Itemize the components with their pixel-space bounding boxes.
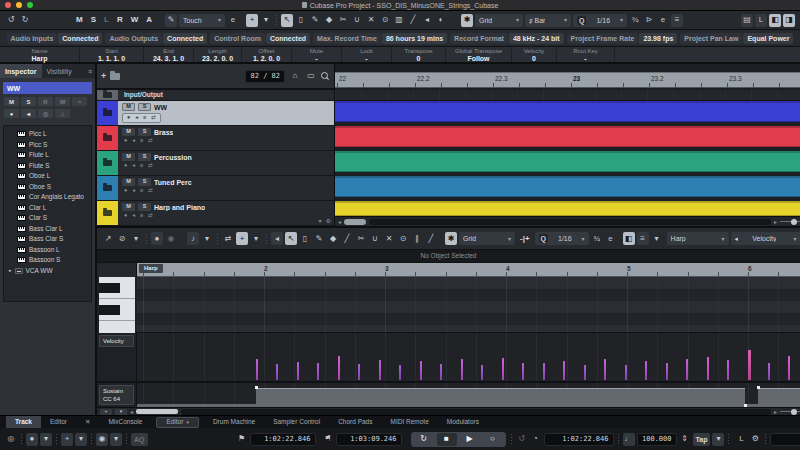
track-list-settings-gear-icon[interactable]: ⚙ <box>326 218 331 224</box>
primary-time-display[interactable]: 1:02:22.846 <box>544 433 614 446</box>
controller-lane-dropdown-icon[interactable]: ▾ <box>115 409 127 415</box>
folder-track-item[interactable]: Bass Clar S <box>4 234 91 245</box>
sustain-high-segment[interactable] <box>256 388 745 407</box>
arrange-horizontal-scrollbar[interactable]: ◂ ▸ <box>335 216 800 226</box>
range-selection-tool-icon[interactable]: ▯ <box>295 14 307 27</box>
note-grid[interactable] <box>137 277 800 333</box>
monitor-icon[interactable]: ◂ <box>132 213 135 219</box>
inspector-menu-icon[interactable]: ≡ <box>85 64 95 78</box>
monitor-icon[interactable]: ◂ <box>132 138 135 144</box>
midi-step-input-icon[interactable]: ◉ <box>165 232 177 245</box>
close-editor-tab-icon[interactable]: ✕ <box>76 416 99 428</box>
open-quantize-panel-icon[interactable]: e <box>605 232 617 245</box>
infoline-col-root-key[interactable]: Root Key- <box>557 47 615 62</box>
sustain-point-handle[interactable] <box>744 404 747 407</box>
quantize-lengths-icon[interactable]: ¾ <box>629 14 641 27</box>
grid-match-quantize-button[interactable]: -|+ <box>517 232 533 245</box>
mute-button[interactable]: M <box>4 97 19 106</box>
record-enable-icon[interactable]: ● <box>124 213 127 219</box>
folder-track-item[interactable]: Flute L <box>4 150 91 161</box>
auto-scroll-icon[interactable]: + <box>246 14 258 27</box>
velocity-bar[interactable] <box>481 365 483 380</box>
acoustic-feedback-icon[interactable]: ◂ <box>271 232 283 245</box>
transport-settings-gear-icon[interactable]: ⚙ <box>749 433 761 446</box>
auto-scroll-dropdown-icon[interactable]: ▾ <box>260 14 272 27</box>
freeze-icon[interactable]: ⇄ <box>148 163 153 169</box>
tab-modulators[interactable]: Modulators <box>438 416 488 428</box>
velocity-lane-label[interactable]: Velocity <box>99 335 134 347</box>
monitor-icon[interactable]: ◂ <box>135 115 138 121</box>
freeze-icon[interactable]: ⇄ <box>148 213 153 219</box>
object-selection-tool-icon[interactable]: ↖ <box>281 14 293 27</box>
infoline-col-name[interactable]: NameHarp <box>0 47 80 62</box>
tab-midi-remote[interactable]: MIDI Remote <box>381 416 437 428</box>
tab-chord-pads[interactable]: Chord Pads <box>329 416 381 428</box>
velocity-bar[interactable] <box>502 358 504 380</box>
redo-icon[interactable]: ↻ <box>19 14 31 27</box>
zoom-tool-icon[interactable]: ⊙ <box>397 232 409 245</box>
tempo-display[interactable]: 100.000 <box>637 433 677 446</box>
tab-track[interactable]: Track <box>6 416 41 428</box>
channel-settings-icon[interactable]: ≡ <box>140 163 143 169</box>
midi-part-tuned-perc[interactable] <box>335 176 800 197</box>
track-color-tab[interactable] <box>97 151 118 175</box>
folder-track-item[interactable]: Bassoon S <box>4 255 91 266</box>
color-tool-icon[interactable]: ◐ <box>435 14 447 27</box>
line-tool-icon[interactable]: ╱ <box>341 232 353 245</box>
quantize-lengths-icon[interactable]: ¾ <box>591 232 603 245</box>
zoom-tool-icon[interactable]: ⊙ <box>379 14 391 27</box>
midi-part-harp-and-piano[interactable] <box>335 201 800 216</box>
infoline-col-offset[interactable]: Offset1. 2. 0. 0 <box>242 47 292 62</box>
tab-visibility[interactable]: Visibility <box>42 64 77 78</box>
velocity-bar[interactable] <box>420 361 422 380</box>
time-format-icon[interactable]: ◔ <box>530 433 542 446</box>
velocity-bar[interactable] <box>276 364 278 380</box>
time-warp-tool-icon[interactable]: ∥ <box>411 232 423 245</box>
sustain-lane-label[interactable]: Sustain CC 64 <box>99 385 134 405</box>
velocity-grid[interactable] <box>137 333 800 381</box>
snap-type-dropdown[interactable]: Grid▾ <box>475 14 523 27</box>
play-button[interactable]: ▶ <box>460 433 480 446</box>
freeze-icon[interactable]: ⇄ <box>148 138 153 144</box>
right-locator-flag-icon[interactable]: ⚑ <box>322 433 334 446</box>
zoom-slider[interactable] <box>780 221 800 222</box>
open-automation-panel-icon[interactable]: e <box>227 14 239 27</box>
open-quantize-panel-icon[interactable]: e <box>657 14 669 27</box>
channel-settings-icon[interactable]: ≡ <box>140 213 143 219</box>
editor-horizontal-scrollbar[interactable]: + ▾ ◂ ▸ <box>97 407 800 415</box>
velocity-bar[interactable] <box>461 359 463 380</box>
automation-mode-dropdown[interactable]: Touch▾ <box>179 14 225 27</box>
audio-record-mode-icon[interactable]: ◉ <box>96 433 108 446</box>
velocity-bar[interactable] <box>666 363 668 380</box>
track-color-tab[interactable] <box>97 101 118 125</box>
marker-jump-display[interactable] <box>770 433 800 446</box>
grid-type-dropdown[interactable]: ♯ Bar▾ <box>525 14 571 27</box>
monitor-icon[interactable]: ◂ <box>132 188 135 194</box>
erase-tool-icon[interactable]: ◆ <box>327 232 339 245</box>
solo-button[interactable]: S <box>138 153 151 161</box>
track-color-tab[interactable] <box>97 126 118 150</box>
right-zone-toggle-icon[interactable]: ◨ <box>783 14 795 27</box>
freeze-icon[interactable]: ⇄ <box>148 188 153 194</box>
velocity-bar[interactable] <box>256 359 258 380</box>
velocity-bar[interactable] <box>788 356 790 380</box>
scroll-right-icon[interactable]: ▸ <box>774 409 777 415</box>
black-key[interactable] <box>99 283 120 293</box>
sustain-grid[interactable] <box>137 383 800 407</box>
quantize-preset-dropdown[interactable]: Q1/16▾ <box>573 14 627 27</box>
scrollbar-track[interactable] <box>181 409 771 415</box>
activate-all-mute-button[interactable]: M <box>73 14 86 27</box>
sustain-point-handle[interactable] <box>757 386 760 389</box>
velocity-bar[interactable] <box>768 363 770 380</box>
comp-tool-icon[interactable]: ▥ <box>393 14 405 27</box>
info-value[interactable]: Equal Power <box>743 33 793 44</box>
left-locator-display[interactable]: 1:02:22.846 <box>250 433 316 446</box>
midi-note-icon[interactable]: ♫ <box>55 109 70 118</box>
snap-type-dropdown[interactable]: Grid▾ <box>459 232 515 245</box>
velocity-bar[interactable] <box>563 361 565 380</box>
infoline-col-mute[interactable]: Mute- <box>292 47 342 62</box>
record-enable-icon[interactable]: ● <box>127 115 130 121</box>
velocity-bar[interactable] <box>604 359 606 380</box>
activate-all-read-button[interactable]: R <box>114 14 126 27</box>
split-tool-icon[interactable]: ✂ <box>355 232 367 245</box>
